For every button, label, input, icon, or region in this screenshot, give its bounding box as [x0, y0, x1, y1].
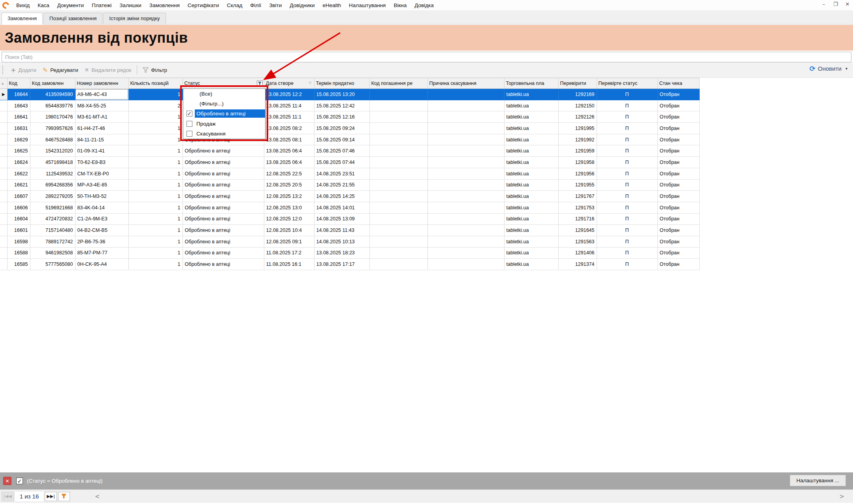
cell-торговельна-пла[interactable]: tabletki.ua	[504, 157, 558, 168]
cell-дата-створе[interactable]: 12.08.2025 12:0	[264, 213, 314, 225]
cell-дата-створе[interactable]: 13.08.2025 11:4	[264, 100, 314, 111]
cell-дата-створе[interactable]: 12.08.2025 22:5	[264, 168, 314, 179]
cell-номер-замовленн[interactable]: M8-X4-55-25	[75, 100, 128, 111]
column-header-10[interactable]: Торговельна пла	[504, 78, 558, 89]
tab-3[interactable]: Історія зміни порядку	[103, 13, 166, 24]
dropdown-item-4[interactable]: Продаж	[183, 119, 265, 129]
cell-причина-скасування[interactable]	[427, 179, 504, 191]
cell-перевірити[interactable]: 1291959	[558, 145, 597, 157]
scroll-right-button[interactable]: >	[839, 493, 844, 500]
cell-термін-придатно[interactable]: 14.08.2025 23:51	[314, 168, 369, 179]
column-header-2[interactable]: Код замовлен	[30, 78, 75, 89]
cell-причина-скасування[interactable]	[427, 247, 504, 259]
cell-кількість-позицій[interactable]: 1	[128, 123, 183, 134]
cell-кількість-позицій[interactable]: 1	[128, 236, 183, 247]
cell-код-замовлен[interactable]: 4135094590	[30, 89, 75, 100]
cell-торговельна-пла[interactable]: tabletki.ua	[504, 145, 558, 157]
dropdown-checkbox[interactable]	[186, 131, 192, 137]
filter-button[interactable]: Фільтр	[139, 66, 170, 75]
cell-код-замовлен[interactable]: 9461982508	[30, 247, 75, 259]
table-row[interactable]: 166216954268356MP-A3-4E-851Оброблено в а…	[0, 179, 699, 191]
cell-стан-чека[interactable]: Отобран	[657, 259, 699, 270]
cell-код-погашення-ре[interactable]	[369, 134, 427, 145]
column-header-1[interactable]: Код	[7, 78, 30, 89]
cell-код[interactable]: 16588	[7, 247, 30, 259]
cell-перевірити[interactable]: 1291563	[558, 236, 597, 247]
cell-статус[interactable]: Оброблено в аптеці	[183, 145, 264, 157]
cell-код-погашення-ре[interactable]	[369, 213, 427, 225]
column-header-4[interactable]: Кількість позицій	[128, 78, 183, 89]
cell-стан-чека[interactable]: Отобран	[657, 225, 699, 236]
menu-item-9[interactable]: Філії	[246, 1, 265, 10]
cell-код-замовлен[interactable]: 4571698418	[30, 157, 75, 168]
cell-перевірити[interactable]: 1291992	[558, 134, 597, 145]
cell-термін-придатно[interactable]: 14.08.2025 14:01	[314, 202, 369, 213]
cell-причина-скасування[interactable]	[427, 111, 504, 123]
cell-торговельна-пла[interactable]: tabletki.ua	[504, 123, 558, 134]
cell-дата-створе[interactable]: 11.08.2025 16:1	[264, 259, 314, 270]
table-row[interactable]: 16629646752848884-11-21-151Оброблено в а…	[0, 134, 699, 145]
cell-код-замовлен[interactable]: 7889172742	[30, 236, 75, 247]
cell-термін-придатно[interactable]: 15.08.2025 09:24	[314, 123, 369, 134]
menu-item-2[interactable]: Каса	[34, 1, 53, 10]
cell-статус[interactable]: Оброблено в аптеці	[183, 213, 264, 225]
column-header-12[interactable]: Перевірте статус	[597, 78, 657, 89]
cell-код-замовлен[interactable]: 5777565080	[30, 259, 75, 270]
cell-номер-замовленн[interactable]: 01-09-X1-41	[75, 145, 128, 157]
column-header-9[interactable]: Причина скасування	[427, 78, 504, 89]
toolbar-grip[interactable]	[2, 66, 4, 74]
cell-торговельна-пла[interactable]: tabletki.ua	[504, 89, 558, 100]
menu-item-12[interactable]: eHealth	[319, 1, 345, 10]
cell-перевірити[interactable]: 1292126	[558, 111, 597, 123]
cell-код[interactable]: 16629	[7, 134, 30, 145]
cell-перевірте-статус[interactable]: П	[597, 259, 657, 270]
cell-торговельна-пла[interactable]: tabletki.ua	[504, 111, 558, 123]
cell-код-погашення-ре[interactable]	[369, 202, 427, 213]
cell-код[interactable]: 16604	[7, 213, 30, 225]
cell-термін-придатно[interactable]: 15.08.2025 12:42	[314, 100, 369, 111]
cell-код-замовлен[interactable]: 5196921668	[30, 202, 75, 213]
cell-перевірити[interactable]: 1291995	[558, 123, 597, 134]
cell-номер-замовленн[interactable]: 04-B2-CM-B5	[75, 225, 128, 236]
cell-статус[interactable]: Оброблено в аптеці	[183, 247, 264, 259]
cell-номер-замовленн[interactable]: A9-M6-4C-43	[75, 89, 128, 100]
cell-перевірити[interactable]: 1291956	[558, 168, 597, 179]
cell-статус[interactable]: Оброблено в аптеці	[183, 202, 264, 213]
table-row[interactable]: 166436544839776M8-X4-55-252Оброблено в а…	[0, 100, 699, 111]
cell-код-замовлен[interactable]: 2892279205	[30, 191, 75, 202]
cell-дата-створе[interactable]: 13.08.2025 12:2	[264, 89, 314, 100]
remove-filter-button[interactable]: ✕	[3, 477, 11, 485]
cell-перевірте-статус[interactable]: П	[597, 145, 657, 157]
cell-торговельна-пла[interactable]: tabletki.ua	[504, 259, 558, 270]
column-header-8[interactable]: Код погашення ре	[369, 78, 427, 89]
cell-термін-придатно[interactable]: 14.08.2025 13:09	[314, 213, 369, 225]
table-row[interactable]: 166044724720832C1-2A-9M-E31Оброблено в а…	[0, 213, 699, 225]
cell-причина-скасування[interactable]	[427, 225, 504, 236]
dropdown-checkbox[interactable]	[186, 121, 192, 127]
menu-item-4[interactable]: Платежі	[88, 1, 115, 10]
cell-перевірте-статус[interactable]: П	[597, 168, 657, 179]
cell-номер-замовленн[interactable]: C1-2A-9M-E3	[75, 213, 128, 225]
delete-row-button[interactable]: ✕ Видалити рядок	[81, 65, 135, 75]
cell-перевірити[interactable]: 1292150	[558, 100, 597, 111]
cell-стан-чека[interactable]: Отобран	[657, 145, 699, 157]
close-button[interactable]: ✕	[844, 1, 851, 7]
cell-причина-скасування[interactable]	[427, 202, 504, 213]
cell-номер-замовленн[interactable]: 61-H4-2T-46	[75, 123, 128, 134]
cell-статус[interactable]: Оброблено в аптеці	[183, 191, 264, 202]
cell-код-замовлен[interactable]: 6544839776	[30, 100, 75, 111]
cell-дата-створе[interactable]: 12.08.2025 10:4	[264, 225, 314, 236]
cell-код[interactable]: 16624	[7, 157, 30, 168]
table-row[interactable]: 16601715714048004-B2-CM-B51Оброблено в а…	[0, 225, 699, 236]
grid-filter-button[interactable]	[58, 492, 70, 501]
table-row[interactable]: 16607289227920550-TH-M3-521Оброблено в а…	[0, 191, 699, 202]
cell-номер-замовленн[interactable]: 0H-CK-95-A4	[75, 259, 128, 270]
first-record-button[interactable]: |◀◀	[2, 492, 14, 501]
cell-кількість-позицій[interactable]: 1	[128, 157, 183, 168]
menu-item-3[interactable]: Документи	[53, 1, 88, 10]
cell-торговельна-пла[interactable]: tabletki.ua	[504, 247, 558, 259]
cell-причина-скасування[interactable]	[427, 145, 504, 157]
cell-стан-чека[interactable]: Отобран	[657, 134, 699, 145]
menu-item-7[interactable]: Сертифікати	[184, 1, 223, 10]
cell-статус[interactable]: Оброблено в аптеці	[183, 225, 264, 236]
